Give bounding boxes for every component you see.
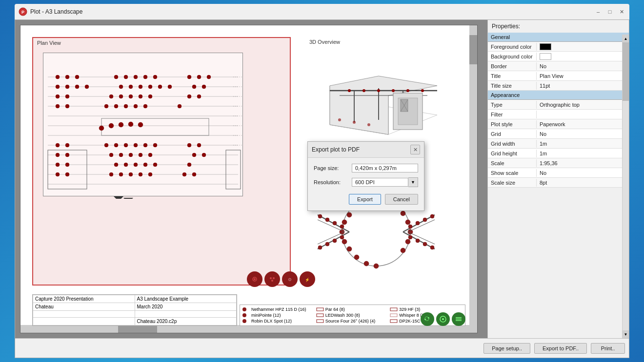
- maximize-button[interactable]: □: [606, 8, 614, 16]
- legend-item-8: Source Four 26° (426) (4): [316, 319, 389, 324]
- corner-tr: [286, 37, 291, 42]
- cell-example: A3 Landscape Example: [135, 295, 237, 303]
- prop-value-scale-size: 8pt: [537, 179, 629, 187]
- export-to-pdf-button[interactable]: Export to PDF..: [534, 343, 587, 354]
- bottom-buttons-bar: Page setup.. Export to PDF.. Print..: [15, 338, 629, 358]
- color-swatch-foreground[interactable]: [540, 43, 551, 50]
- cell-empty2: [135, 311, 237, 318]
- svg-point-92: [143, 163, 147, 167]
- svg-point-67: [138, 122, 143, 127]
- svg-point-41: [148, 85, 152, 89]
- page-setup-button[interactable]: Page setup..: [483, 343, 530, 354]
- minimize-button[interactable]: –: [594, 8, 602, 16]
- svg-point-164: [340, 235, 344, 239]
- prop-value-show-scale: No: [537, 169, 629, 177]
- color-swatch-background[interactable]: [540, 53, 551, 60]
- svg-point-78: [56, 153, 60, 157]
- prop-key-grid-height: Grid height: [488, 150, 537, 157]
- dialog-cancel-button[interactable]: Cancel: [385, 194, 418, 205]
- svg-point-66: [128, 122, 133, 127]
- svg-point-29: [143, 75, 147, 79]
- svg-point-151: [333, 221, 337, 225]
- svg-point-91: [134, 163, 138, 167]
- prop-value-title-size: 11pt: [537, 82, 629, 90]
- plan-view-svg: [43, 53, 248, 199]
- dialog-resolution-select[interactable]: 600 DPI ▼: [352, 177, 418, 187]
- corner-bl: [32, 281, 37, 286]
- legend-item-1: Nethammer HPZ 115 D (16): [242, 307, 315, 312]
- svg-point-40: [139, 85, 142, 89]
- print-button[interactable]: Print..: [591, 343, 625, 354]
- prop-key-scale-size: Scale size: [488, 179, 537, 187]
- prop-key-filter: Filter: [488, 111, 537, 118]
- prop-type: Type Orthographic top: [488, 100, 629, 110]
- prop-key-type: Type: [488, 101, 537, 109]
- dialog-page-size-value: 0,420m x 0,297m: [352, 164, 418, 172]
- svg-point-174: [270, 277, 272, 279]
- svg-point-74: [143, 143, 147, 147]
- properties-scroll-thumb[interactable]: [623, 42, 629, 101]
- toolbar-button-4[interactable]: ⚡: [300, 271, 315, 287]
- svg-point-99: [129, 172, 133, 176]
- prop-key-title-size: Title size: [488, 82, 537, 90]
- prop-grid-width: Grid width 1m: [488, 139, 629, 149]
- svg-point-82: [129, 153, 133, 157]
- svg-point-119: [392, 89, 395, 92]
- prop-scale: Scale 1:95,36: [488, 158, 629, 168]
- properties-table[interactable]: General Foreground color Background colo…: [488, 33, 629, 338]
- svg-rect-194: [456, 320, 462, 321]
- dialog-export-button[interactable]: Export: [349, 194, 381, 205]
- svg-rect-22: [101, 118, 209, 135]
- cell-empty1: [33, 311, 135, 318]
- svg-point-32: [197, 75, 201, 79]
- svg-point-155: [430, 214, 434, 218]
- prop-key-grid-width: Grid width: [488, 140, 537, 148]
- green-icon-menu[interactable]: [452, 312, 465, 326]
- svg-point-97: [109, 172, 113, 176]
- dialog-content: Page size: 0,420m x 0,297m Resolution: 6…: [308, 158, 424, 210]
- svg-point-76: [187, 143, 191, 147]
- svg-point-71: [114, 143, 118, 147]
- svg-point-68: [56, 143, 60, 147]
- svg-point-77: [197, 143, 201, 147]
- svg-point-85: [192, 153, 196, 157]
- svg-point-58: [114, 104, 118, 108]
- plan-view-label: Plan View: [37, 40, 61, 46]
- dialog-resolution-dropdown[interactable]: ▼: [408, 177, 418, 187]
- svg-point-73: [134, 143, 138, 147]
- svg-point-65: [119, 122, 123, 127]
- svg-point-69: [65, 143, 69, 147]
- svg-point-31: [187, 75, 191, 79]
- svg-point-123: [353, 121, 356, 124]
- svg-rect-185: [317, 314, 323, 317]
- scroll-arrow-up[interactable]: ▲: [623, 35, 629, 42]
- svg-point-55: [56, 104, 60, 108]
- svg-point-152: [340, 225, 344, 229]
- properties-panel: Properties: General Foreground color Bac…: [487, 20, 629, 338]
- properties-scrollbar[interactable]: ▲ ▼: [622, 35, 629, 338]
- corner-tl: [32, 37, 37, 42]
- dialog-resolution-value: 600 DPI: [352, 178, 408, 187]
- window-controls: – □ ✕: [594, 8, 625, 16]
- green-icon-2[interactable]: [436, 312, 450, 326]
- group-appearance: Appearance: [488, 91, 629, 100]
- prop-value-type: Orthographic top: [537, 101, 629, 109]
- scroll-arrow-down[interactable]: ▼: [623, 330, 629, 338]
- close-button[interactable]: ✕: [618, 8, 625, 16]
- dialog-buttons: Export Cancel: [314, 192, 418, 205]
- svg-rect-192: [456, 317, 462, 318]
- green-icon-1[interactable]: [421, 312, 434, 326]
- svg-point-102: [182, 172, 186, 176]
- prop-title: Title Plan View: [488, 71, 629, 81]
- viewport-plan-view: Plan View: [32, 37, 291, 286]
- toolbar-button-1[interactable]: [247, 271, 262, 287]
- cell-venue: Chateau: [33, 303, 135, 311]
- svg-rect-186: [390, 314, 397, 317]
- dialog-close-button[interactable]: ✕: [410, 145, 420, 154]
- svg-point-52: [148, 95, 152, 98]
- toolbar-button-gear[interactable]: ⚙: [282, 271, 298, 287]
- svg-point-170: [408, 235, 412, 239]
- svg-point-176: [271, 280, 273, 282]
- svg-point-88: [65, 163, 69, 167]
- toolbar-button-2[interactable]: [264, 271, 280, 287]
